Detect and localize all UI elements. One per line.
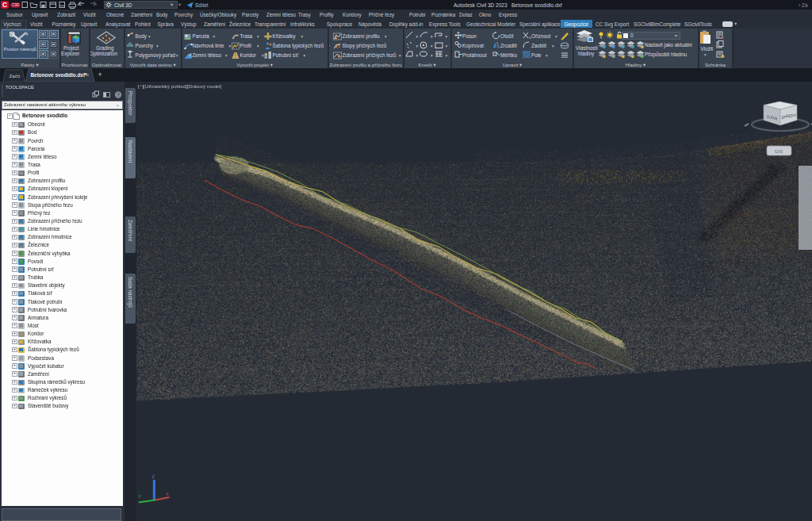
svg-text:Z: Z [152,474,155,479]
svg-text:X: X [166,492,169,496]
svg-text:Y: Y [138,494,141,499]
svg-text:GIS: GIS [775,149,783,154]
